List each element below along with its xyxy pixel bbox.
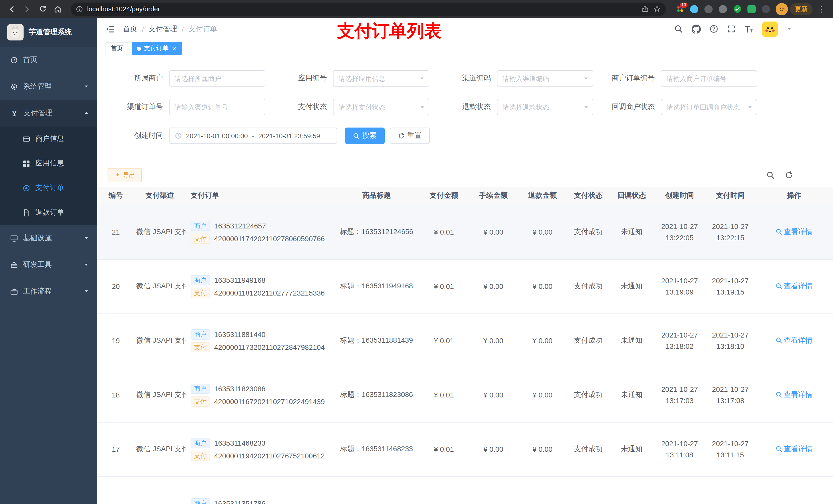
browser-forward-icon[interactable] bbox=[21, 2, 34, 16]
cell-pay-time: 2021-10-2713:18:10 bbox=[706, 313, 755, 368]
search-icon bbox=[353, 133, 360, 139]
sidebar-item-dev-tools[interactable]: 研发工具 bbox=[0, 251, 97, 278]
sidebar-item-home[interactable]: 首页 bbox=[0, 47, 97, 73]
table-toolbar: 导出 bbox=[97, 156, 833, 182]
sidebar-item-payment[interactable]: ¥ 支付管理 bbox=[0, 100, 97, 126]
cell-refund bbox=[518, 476, 567, 504]
bookmark-star-icon[interactable] bbox=[653, 5, 661, 13]
view-detail-link[interactable]: 查看详情 bbox=[776, 282, 812, 291]
cell-channel: 微信 JSAPI 支付 bbox=[134, 313, 186, 368]
filter-input[interactable] bbox=[169, 70, 265, 87]
address-bar[interactable]: localhost:1024/pay/order bbox=[71, 2, 666, 16]
column-header: 支付状态 bbox=[567, 187, 610, 205]
site-info-icon[interactable] bbox=[76, 5, 83, 13]
filter-input[interactable] bbox=[661, 70, 757, 87]
tab-label: 首页 bbox=[111, 44, 123, 53]
dark-extension-icon[interactable] bbox=[718, 4, 728, 14]
filter-label: 创建时间 bbox=[101, 131, 169, 140]
table-row: 21 微信 JSAPI 支付 商户 1635312124657 支付 42000… bbox=[97, 205, 833, 259]
filter-control bbox=[333, 99, 429, 115]
browser-home-icon[interactable] bbox=[51, 2, 65, 16]
tab-home[interactable]: 首页 bbox=[105, 42, 128, 55]
close-icon[interactable] bbox=[172, 46, 177, 51]
magnifier-icon bbox=[776, 391, 782, 398]
gray-extension-icon[interactable] bbox=[704, 4, 713, 14]
check-extension-icon[interactable] bbox=[733, 4, 742, 14]
tab-pay-order[interactable]: 支付订单 bbox=[132, 42, 182, 55]
filter-input[interactable] bbox=[333, 99, 429, 115]
browser-reload-icon[interactable] bbox=[36, 2, 49, 16]
caret-down-icon[interactable] bbox=[786, 26, 792, 32]
column-header: 手续金额 bbox=[469, 187, 518, 205]
search-button[interactable]: 搜索 bbox=[345, 127, 385, 144]
app-title: 芋道管理系统 bbox=[29, 28, 72, 37]
view-detail-link[interactable]: 查看详情 bbox=[776, 445, 812, 454]
filter-row-3: 创建时间 2021-10-01 00:00:00 - 2021-10-31 23… bbox=[101, 127, 833, 156]
sidebar-item-pay-order[interactable]: 支付订单 bbox=[0, 176, 97, 200]
sidebar-item-app-info[interactable]: 应用信息 bbox=[0, 151, 97, 176]
extension-badge: 10 bbox=[679, 2, 688, 8]
cell-id: 21 bbox=[97, 205, 134, 259]
cell-refund: ¥ 0.00 bbox=[518, 313, 567, 368]
filter-input[interactable] bbox=[169, 99, 265, 115]
font-size-icon[interactable] bbox=[744, 24, 754, 33]
blue-extension-icon[interactable] bbox=[690, 4, 699, 14]
document-icon bbox=[23, 209, 30, 216]
view-detail-link[interactable]: 查看详情 bbox=[776, 390, 812, 400]
filter-input[interactable] bbox=[661, 99, 757, 115]
view-detail-link[interactable]: 查看详情 bbox=[776, 336, 812, 345]
sidebar-item-merchant-info[interactable]: 商户信息 bbox=[0, 126, 97, 151]
cell-create-time bbox=[654, 476, 706, 504]
pin-extension-icon[interactable] bbox=[761, 4, 770, 14]
cell-fee: ¥ 0.00 bbox=[469, 313, 518, 368]
reset-button[interactable]: 重置 bbox=[390, 127, 430, 144]
pay-order-no: 4200001194202110276752100612 bbox=[214, 452, 325, 460]
help-icon[interactable] bbox=[710, 25, 718, 33]
breadcrumb-payment[interactable]: 支付管理 bbox=[148, 24, 177, 33]
cell-action: 查看详情 bbox=[755, 422, 833, 476]
sidebar-item-label: 支付订单 bbox=[35, 183, 64, 193]
search-icon[interactable] bbox=[674, 25, 683, 33]
sidebar-item-system[interactable]: 系统管理 bbox=[0, 73, 97, 100]
app-logo[interactable]: 芋道管理系统 bbox=[0, 18, 97, 47]
browser-update-button[interactable]: 更新 bbox=[790, 3, 812, 15]
breadcrumb-home[interactable]: 首页 bbox=[123, 24, 137, 33]
navbar-actions bbox=[674, 21, 792, 37]
column-header: 创建时间 bbox=[654, 187, 706, 205]
grid-icon bbox=[23, 160, 30, 167]
browser-menu-icon[interactable]: ⋮ bbox=[814, 2, 828, 16]
avatar[interactable] bbox=[762, 21, 778, 37]
filter-input[interactable] bbox=[497, 70, 593, 87]
sidebar-item-infra[interactable]: 基础设施 bbox=[0, 225, 97, 251]
export-button[interactable]: 导出 bbox=[108, 168, 142, 182]
cell-title: 标题：1635311881439 bbox=[334, 313, 419, 368]
github-icon[interactable] bbox=[692, 24, 701, 33]
url-text[interactable]: localhost:1024/pay/order bbox=[87, 5, 637, 13]
browser-back-icon[interactable] bbox=[5, 2, 19, 16]
filter-input[interactable] bbox=[333, 70, 429, 87]
filter-row-2: 渠道订单号 支付状态 退款状态 回调商户状态 bbox=[101, 99, 833, 127]
filter-label: 渠道订单号 bbox=[101, 102, 169, 112]
cell-channel: 微信 JSAPI 支付 bbox=[134, 259, 186, 313]
browser-profile-avatar[interactable] bbox=[776, 3, 788, 15]
magnifier-icon bbox=[776, 337, 782, 344]
sidebar-fold-icon[interactable] bbox=[105, 24, 115, 33]
sidebar-item-label: 系统管理 bbox=[23, 82, 78, 91]
toggle-search-icon[interactable] bbox=[766, 171, 775, 179]
fullscreen-icon[interactable] bbox=[727, 25, 736, 33]
cell-action: 查看详情 bbox=[755, 313, 833, 368]
create-time-range-input[interactable]: 2021-10-01 00:00:00 - 2021-10-31 23:59:5… bbox=[169, 127, 337, 144]
colorful-extension-icon[interactable]: 10 bbox=[675, 4, 685, 14]
share-icon[interactable] bbox=[641, 5, 649, 13]
cell-pay-time bbox=[706, 476, 755, 504]
sidebar-item-workflow[interactable]: 工作流程 bbox=[0, 278, 97, 305]
sidebar-item-label: 基础设施 bbox=[23, 234, 78, 243]
view-detail-link[interactable]: 查看详情 bbox=[776, 227, 812, 237]
cell-status bbox=[567, 476, 610, 504]
filter-input[interactable] bbox=[497, 99, 593, 115]
refresh-table-icon[interactable] bbox=[785, 171, 793, 179]
green-extension-icon[interactable] bbox=[747, 4, 756, 14]
column-header: 操作 bbox=[755, 187, 833, 205]
extensions-cluster: 10 bbox=[675, 4, 770, 14]
sidebar-item-refund-order[interactable]: 退款订单 bbox=[0, 200, 97, 225]
